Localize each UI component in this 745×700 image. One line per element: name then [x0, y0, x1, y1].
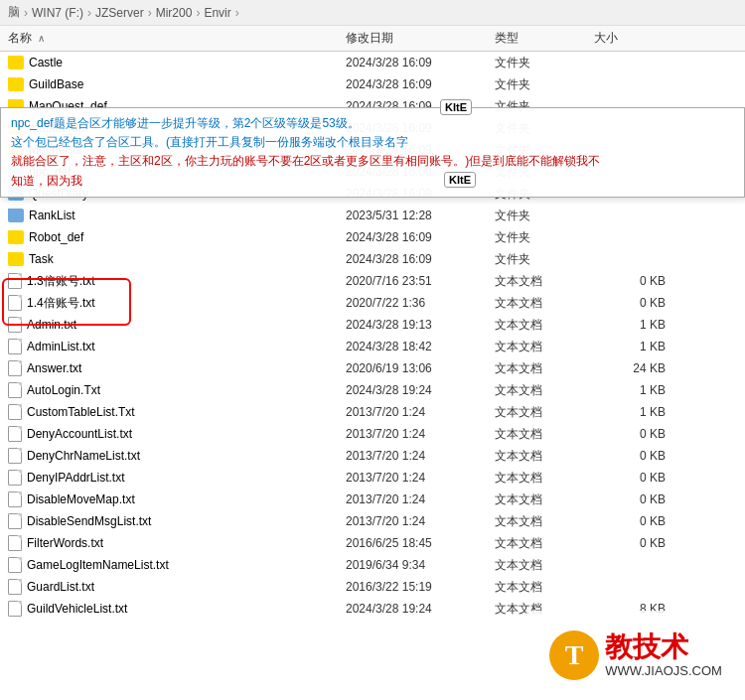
table-row[interactable]: DenyChrNameList.txt2013/7/20 1:24文本文档0 K…: [0, 445, 745, 467]
file-type: 文本文档: [495, 535, 594, 552]
file-name: GuildBase: [8, 77, 346, 91]
tooltip-line2: 这个包已经包含了合区工具。(直接打开工具复制一份服务端改个根目录名字: [11, 133, 734, 152]
table-row[interactable]: Robot_def2024/3/28 16:09文件夹: [0, 226, 745, 248]
table-row[interactable]: GuildBase2024/3/28 16:09文件夹: [0, 73, 745, 95]
col-header-name[interactable]: 名称 ∧: [8, 30, 346, 47]
folder-icon: [8, 252, 24, 266]
table-row[interactable]: DisableMoveMap.txt2013/7/20 1:24文本文档0 KB: [0, 489, 745, 510]
file-name: Answer.txt: [8, 360, 346, 376]
file-name: AutoLogin.Txt: [8, 382, 346, 398]
table-row[interactable]: GameLogItemNameList.txt2019/6/34 9:34文本文…: [0, 554, 745, 576]
file-icon: [8, 448, 22, 464]
table-row[interactable]: Answer.txt2020/6/19 13:06文本文档24 KB: [0, 357, 745, 379]
table-row[interactable]: Castle2024/3/28 16:09文件夹: [0, 52, 745, 73]
kite-badge-1: KItE: [440, 99, 472, 115]
file-date: 2016/6/25 18:45: [346, 536, 495, 550]
table-row[interactable]: AdminList.txt2024/3/28 18:42文本文档1 KB: [0, 336, 745, 357]
file-date: 2024/3/28 16:09: [346, 252, 495, 266]
file-size: 0 KB: [594, 492, 673, 506]
file-size: 0 KB: [594, 449, 673, 463]
file-icon: [8, 382, 22, 398]
file-size: 24 KB: [594, 361, 673, 375]
file-name: Task: [8, 252, 346, 266]
file-date: 2020/7/22 1:36: [346, 296, 495, 310]
file-date: 2024/3/28 19:24: [346, 383, 495, 397]
breadcrumb-sep: ›: [196, 6, 200, 20]
file-icon: [8, 317, 22, 333]
file-icon: [8, 557, 22, 573]
file-name: FilterWords.txt: [8, 535, 346, 551]
table-row[interactable]: CustomTableList.Txt2013/7/20 1:24文本文档1 K…: [0, 401, 745, 423]
file-date: 2013/7/20 1:24: [346, 405, 495, 419]
tooltip-line1: npc_def题是合区才能够进一步提升等级，第2个区级等级是53级。: [11, 114, 734, 133]
file-type: 文件夹: [495, 251, 594, 268]
table-row[interactable]: FilterWords.txt2016/6/25 18:45文本文档0 KB: [0, 532, 745, 554]
col-header-type[interactable]: 类型: [495, 30, 594, 47]
file-date: 2024/3/28 19:13: [346, 318, 495, 332]
file-type: 文本文档: [495, 382, 594, 399]
breadcrumb-sep: ›: [87, 6, 91, 20]
file-date: 2013/7/20 1:24: [346, 471, 495, 485]
file-size: 0 KB: [594, 536, 673, 550]
table-row[interactable]: AutoLogin.Txt2024/3/28 19:24文本文档1 KB: [0, 379, 745, 401]
sort-arrow-icon: ∧: [38, 33, 45, 44]
breadcrumb-part: Envir: [204, 6, 230, 20]
file-type: 文本文档: [495, 491, 594, 508]
table-row[interactable]: 1.4倍账号.txt2020/7/22 1:36文本文档0 KB: [0, 292, 745, 314]
file-name: GameLogItemNameList.txt: [8, 557, 346, 573]
file-size: 0 KB: [594, 274, 673, 288]
table-row[interactable]: Admin.txt2024/3/28 19:13文本文档1 KB: [0, 314, 745, 336]
file-name: DisableMoveMap.txt: [8, 491, 346, 507]
file-type: 文本文档: [495, 404, 594, 421]
breadcrumb-sep: ›: [148, 6, 152, 20]
file-size: 1 KB: [594, 318, 673, 332]
file-date: 2013/7/20 1:24: [346, 427, 495, 441]
file-type: 文本文档: [495, 317, 594, 334]
file-type: 文本文档: [495, 470, 594, 487]
table-row[interactable]: 1.3倍账号.txt2020/7/16 23:51文本文档0 KB: [0, 270, 745, 292]
file-type: 文件夹: [495, 229, 594, 246]
file-icon: [8, 579, 22, 595]
table-row[interactable]: DenyAccountList.txt2013/7/20 1:24文本文档0 K…: [0, 423, 745, 445]
file-type: 文本文档: [495, 448, 594, 465]
table-row[interactable]: DenyIPAddrList.txt2013/7/20 1:24文本文档0 KB: [0, 467, 745, 489]
file-type: 文本文档: [495, 557, 594, 574]
breadcrumb-part: JZServer: [95, 6, 144, 20]
file-name: GuardList.txt: [8, 579, 346, 595]
file-type: 文件夹: [495, 208, 594, 224]
file-type: 文本文档: [495, 513, 594, 530]
breadcrumb-sep: ›: [24, 6, 28, 20]
file-type: 文本文档: [495, 360, 594, 377]
table-row[interactable]: DisableSendMsgList.txt2013/7/20 1:24文本文档…: [0, 510, 745, 532]
file-size: 0 KB: [594, 296, 673, 310]
file-date: 2024/3/28 16:09: [346, 230, 495, 244]
column-header: 名称 ∧ 修改日期 类型 大小: [0, 26, 745, 52]
file-date: 2024/3/28 16:09: [346, 56, 495, 70]
file-type: 文本文档: [495, 273, 594, 290]
file-name: DenyAccountList.txt: [8, 426, 346, 442]
breadcrumb-part: WIN7 (F:): [32, 6, 83, 20]
file-date: 2020/7/16 23:51: [346, 274, 495, 288]
tooltip-overlay: npc_def题是合区才能够进一步提升等级，第2个区级等级是53级。 这个包已经…: [0, 107, 745, 198]
file-size: 0 KB: [594, 514, 673, 528]
table-row[interactable]: RankList2023/5/31 12:28文件夹: [0, 205, 745, 226]
folder-icon: [8, 56, 24, 70]
file-icon: [8, 273, 22, 289]
file-icon: [8, 491, 22, 507]
file-type: 文件夹: [495, 76, 594, 93]
col-header-date[interactable]: 修改日期: [346, 30, 495, 47]
file-icon: [8, 360, 22, 376]
file-name: AdminList.txt: [8, 339, 346, 354]
breadcrumb-part: Mir200: [156, 6, 193, 20]
table-row[interactable]: Task2024/3/28 16:09文件夹: [0, 248, 745, 270]
breadcrumb: 脑 › WIN7 (F:) › JZServer › Mir200 › Envi…: [0, 0, 745, 26]
tooltip-line3: 就能合区了，注意，主区和2区，你主力玩的账号不要在2区或者更多区里有相同账号。)…: [11, 152, 734, 171]
watermark-logo: T: [549, 630, 599, 680]
watermark-inner: T 教技术 WWW.JIAOJS.COM: [549, 630, 722, 680]
table-row[interactable]: GuardList.txt2016/3/22 15:19文本文档: [0, 576, 745, 598]
file-icon: [8, 513, 22, 529]
file-date: 2020/6/19 13:06: [346, 361, 495, 375]
file-type: 文件夹: [495, 55, 594, 71]
watermark-text-block: 教技术 WWW.JIAOJS.COM: [605, 632, 722, 678]
col-header-size[interactable]: 大小: [594, 30, 673, 47]
